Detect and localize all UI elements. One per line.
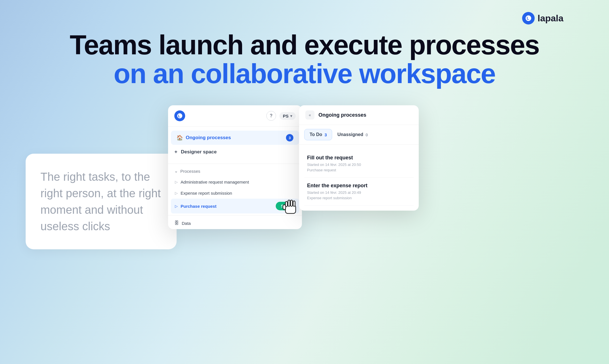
data-label: Data <box>182 221 191 226</box>
database-icon: 🗄 <box>174 221 179 226</box>
task-meta: Started on 14 févr. 2025 at 20:49 <box>307 190 411 195</box>
designer-space-label: Designer space <box>181 149 217 155</box>
task-tag: Expense report submission <box>307 196 411 200</box>
processes-section-header: ⌄ Processes <box>171 166 299 176</box>
sidebar-item-designer[interactable]: ✦ Designer space <box>168 145 302 159</box>
tab-todo-label: To Do <box>310 132 322 137</box>
svg-rect-7 <box>291 200 293 206</box>
tab-unassigned-count: 0 <box>365 132 368 137</box>
tab-todo[interactable]: To Do 3 <box>304 129 332 140</box>
task-item[interactable]: Enter the expense report Started on 14 f… <box>304 178 414 205</box>
tasks-list: Fill out the request Started on 14 févr.… <box>299 145 419 211</box>
hero-section: Teams launch and execute processes on an… <box>0 31 609 88</box>
svg-text:L: L <box>178 114 180 118</box>
svg-rect-6 <box>288 200 290 206</box>
app-header: L ? PS ▾ <box>168 105 302 127</box>
process-name: Expense report submission <box>181 191 232 196</box>
help-button[interactable]: ? <box>266 111 276 121</box>
hero-line1: Teams launch and execute processes <box>0 31 609 59</box>
right-panel-header: « Ongoing processes <box>299 105 419 125</box>
task-item[interactable]: Fill out the request Started on 14 févr.… <box>304 150 414 178</box>
svg-text:L: L <box>527 16 529 20</box>
process-arrow-icon: ▷ <box>175 191 178 195</box>
top-logo: L lapala <box>522 12 563 24</box>
right-panel: « Ongoing processes To Do 3 Unassigned 0… <box>299 105 419 211</box>
hero-line2: on an collaborative workspace <box>0 59 609 88</box>
process-name: Administrative request management <box>181 180 249 184</box>
tagline-text: The right tasks, to the right person, at… <box>40 168 162 235</box>
mouse-cursor <box>282 196 299 216</box>
ongoing-badge: 3 <box>286 134 293 141</box>
user-badge[interactable]: PS ▾ <box>279 112 296 120</box>
process-arrow-icon: ▷ <box>175 180 178 184</box>
nav-divider <box>168 164 302 164</box>
processes-header-label: Processes <box>180 169 200 174</box>
chevron-down-icon: ⌄ <box>174 168 178 174</box>
process-name-active: Purchase request <box>181 204 216 209</box>
tab-unassigned-label: Unassigned <box>337 132 363 137</box>
collapse-icon: « <box>309 113 311 117</box>
task-title: Fill out the request <box>307 155 411 161</box>
sidebar-item-ongoing[interactable]: 🏠 Ongoing processes 3 <box>171 131 299 145</box>
tab-unassigned[interactable]: Unassigned 0 <box>332 129 373 140</box>
process-arrow-active-icon: ▷ <box>175 204 178 208</box>
user-initials: PS <box>283 114 289 118</box>
tab-todo-count: 3 <box>324 132 327 137</box>
task-tag: Purchase request <box>307 168 411 172</box>
sidebar-nav: 🏠 Ongoing processes 3 ✦ Designer space <box>168 127 302 162</box>
right-panel-title: Ongoing processes <box>318 112 366 118</box>
app-header-right: ? PS ▾ <box>266 111 296 121</box>
app-logo-icon: L <box>174 110 185 121</box>
svg-rect-8 <box>293 201 295 206</box>
ongoing-processes-label: Ongoing processes <box>186 135 231 141</box>
left-tagline-card: The right tasks, to the right person, at… <box>26 154 177 249</box>
process-item-purchase[interactable]: ▷ Purchase request Start <box>171 199 299 213</box>
process-item-expense[interactable]: ▷ Expense report submission <box>171 188 299 199</box>
chevron-down-icon: ▾ <box>290 114 292 118</box>
collapse-button[interactable]: « <box>305 110 314 120</box>
tabs-row: To Do 3 Unassigned 0 <box>299 125 419 145</box>
home-icon: 🏠 <box>177 135 183 141</box>
designer-icon: ✦ <box>174 149 178 155</box>
svg-point-9 <box>283 205 286 210</box>
data-section[interactable]: 🗄 Data <box>168 217 302 229</box>
task-meta: Started on 14 févr. 2025 at 20:50 <box>307 163 411 167</box>
task-title: Enter the expense report <box>307 183 411 189</box>
logo-text: lapala <box>538 13 563 24</box>
process-item-admin[interactable]: ▷ Administrative request management <box>171 176 299 188</box>
logo-icon: L <box>522 12 535 24</box>
